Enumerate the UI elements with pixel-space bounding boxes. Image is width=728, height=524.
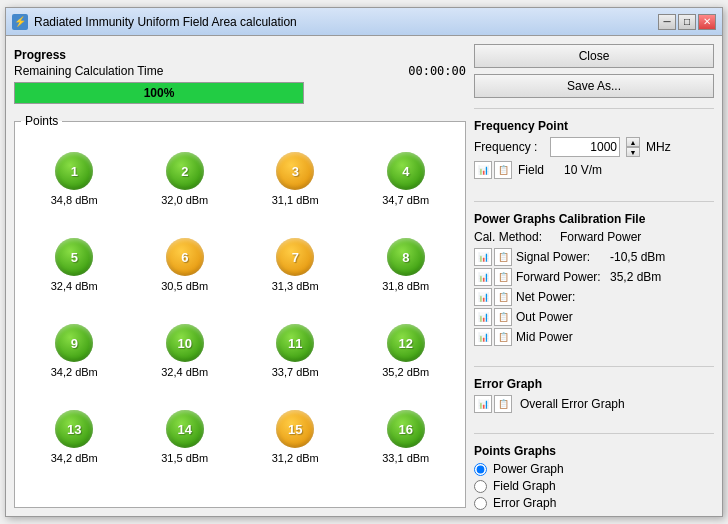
field-icon-2[interactable]: 📋 [494, 161, 512, 179]
cal-method-value: Forward Power [560, 230, 641, 244]
point-value-6: 30,5 dBm [161, 280, 208, 292]
overall-error-label: Overall Error Graph [520, 397, 625, 411]
overall-icon-1[interactable]: 📊 [474, 395, 492, 413]
freq-up-btn[interactable]: ▲ [626, 137, 640, 147]
field-label: Field [518, 163, 558, 177]
progress-bar-container: 100% [14, 82, 304, 104]
title-bar: ⚡ Radiated Immunity Uniform Field Area c… [6, 8, 722, 36]
cal-method-row: Cal. Method: Forward Power [474, 230, 714, 244]
freq-down-btn[interactable]: ▼ [626, 147, 640, 157]
out-icon-1[interactable]: 📊 [474, 308, 492, 326]
restore-button[interactable]: □ [678, 14, 696, 30]
minimize-button[interactable]: ─ [658, 14, 676, 30]
field-icon-1[interactable]: 📊 [474, 161, 492, 179]
freq-input[interactable] [550, 137, 620, 157]
mid-icon-1[interactable]: 📊 [474, 328, 492, 346]
remaining-label: Remaining Calculation Time [14, 64, 163, 78]
divider-3 [474, 366, 714, 367]
point-circle-12[interactable]: 12 [387, 324, 425, 362]
forward-power-row: 📊 📋 Forward Power: 35,2 dBm [474, 268, 714, 286]
point-cell-2: 232,0 dBm [132, 138, 239, 220]
divider-1 [474, 108, 714, 109]
point-circle-3[interactable]: 3 [276, 152, 314, 190]
point-circle-6[interactable]: 6 [166, 238, 204, 276]
point-circle-16[interactable]: 16 [387, 410, 425, 448]
content-area: Progress Remaining Calculation Time 00:0… [6, 36, 722, 516]
radio-power-label: Power Graph [493, 462, 564, 476]
point-value-10: 32,4 dBm [161, 366, 208, 378]
point-circle-8[interactable]: 8 [387, 238, 425, 276]
point-circle-10[interactable]: 10 [166, 324, 204, 362]
point-value-15: 31,2 dBm [272, 452, 319, 464]
field-icons: 📊 📋 [474, 161, 512, 179]
overall-icon-2[interactable]: 📋 [494, 395, 512, 413]
point-cell-15: 1531,2 dBm [242, 396, 349, 478]
point-cell-4: 434,7 dBm [353, 138, 460, 220]
point-cell-14: 1431,5 dBm [132, 396, 239, 478]
title-close-button[interactable]: ✕ [698, 14, 716, 30]
out-icon-2[interactable]: 📋 [494, 308, 512, 326]
point-cell-1: 134,8 dBm [21, 138, 128, 220]
signal-icon-2[interactable]: 📋 [494, 248, 512, 266]
point-value-9: 34,2 dBm [51, 366, 98, 378]
radio-power[interactable] [474, 463, 487, 476]
point-circle-7[interactable]: 7 [276, 238, 314, 276]
points-graphs-section: Points Graphs Power Graph Field Graph Er… [474, 444, 714, 510]
power-graphs-section: Power Graphs Calibration File Cal. Metho… [474, 212, 714, 348]
progress-bar-text: 100% [144, 86, 175, 100]
point-value-16: 33,1 dBm [382, 452, 429, 464]
window-icon: ⚡ [12, 14, 28, 30]
point-value-4: 34,7 dBm [382, 194, 429, 206]
cal-method-label: Cal. Method: [474, 230, 554, 244]
point-cell-16: 1633,1 dBm [353, 396, 460, 478]
frequency-section-label: Frequency Point [474, 119, 714, 133]
point-value-8: 31,8 dBm [382, 280, 429, 292]
net-power-row: 📊 📋 Net Power: [474, 288, 714, 306]
point-circle-1[interactable]: 1 [55, 152, 93, 190]
frequency-row: Frequency : ▲ ▼ MHz [474, 137, 714, 157]
net-icon-1[interactable]: 📊 [474, 288, 492, 306]
signal-value: -10,5 dBm [610, 250, 665, 264]
point-circle-9[interactable]: 9 [55, 324, 93, 362]
point-cell-7: 731,3 dBm [242, 224, 349, 306]
points-graphs-title: Points Graphs [474, 444, 714, 458]
net-icon-2[interactable]: 📋 [494, 288, 512, 306]
radio-field[interactable] [474, 480, 487, 493]
point-circle-15[interactable]: 15 [276, 410, 314, 448]
divider-2 [474, 201, 714, 202]
point-value-12: 35,2 dBm [382, 366, 429, 378]
point-circle-5[interactable]: 5 [55, 238, 93, 276]
point-circle-11[interactable]: 11 [276, 324, 314, 362]
overall-icons: 📊 📋 [474, 395, 512, 413]
save-as-button[interactable]: Save As... [474, 74, 714, 98]
point-value-1: 34,8 dBm [51, 194, 98, 206]
point-value-5: 32,4 dBm [51, 280, 98, 292]
forward-icon-2[interactable]: 📋 [494, 268, 512, 286]
title-bar-controls: ─ □ ✕ [658, 14, 716, 30]
frequency-section: Frequency Point Frequency : ▲ ▼ MHz 📊 📋 [474, 119, 714, 183]
main-window: ⚡ Radiated Immunity Uniform Field Area c… [5, 7, 723, 517]
point-cell-3: 331,1 dBm [242, 138, 349, 220]
mid-icon-2[interactable]: 📋 [494, 328, 512, 346]
right-buttons: Close Save As... [474, 44, 714, 98]
point-value-14: 31,5 dBm [161, 452, 208, 464]
point-cell-9: 934,2 dBm [21, 310, 128, 392]
out-power-row: 📊 📋 Out Power [474, 308, 714, 326]
freq-label: Frequency : [474, 140, 544, 154]
left-panel: Progress Remaining Calculation Time 00:0… [14, 44, 466, 508]
overall-error-row: 📊 📋 Overall Error Graph [474, 395, 714, 413]
progress-title: Progress [14, 48, 466, 62]
forward-icon-1[interactable]: 📊 [474, 268, 492, 286]
close-button[interactable]: Close [474, 44, 714, 68]
point-circle-14[interactable]: 14 [166, 410, 204, 448]
point-value-7: 31,3 dBm [272, 280, 319, 292]
radio-error[interactable] [474, 497, 487, 510]
point-circle-2[interactable]: 2 [166, 152, 204, 190]
window-title: Radiated Immunity Uniform Field Area cal… [34, 15, 658, 29]
signal-icon-1[interactable]: 📊 [474, 248, 492, 266]
point-circle-13[interactable]: 13 [55, 410, 93, 448]
point-value-13: 34,2 dBm [51, 452, 98, 464]
point-circle-4[interactable]: 4 [387, 152, 425, 190]
points-section: Points 134,8 dBm232,0 dBm331,1 dBm434,7 … [14, 114, 466, 508]
field-row: 📊 📋 Field 10 V/m [474, 161, 714, 179]
